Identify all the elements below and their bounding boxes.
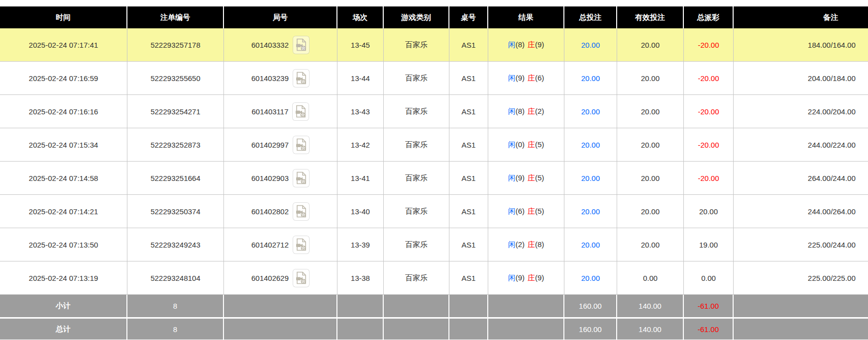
summary-empty-cell [449,317,488,340]
round-id: 601402802 [251,207,289,216]
valid-bet-cell: 0.00 [617,261,684,295]
summary-total-bet-cell: 160.00 [564,295,617,317]
table-no-cell: AS1 [449,62,488,95]
time-cell: 2025-02-24 07:14:21 [0,195,127,228]
player-result-label: 闲 [508,207,516,215]
bet-id-cell: 522293255650 [127,62,224,95]
total-bet-cell: 20.00 [564,62,617,95]
time-cell: 2025-02-24 07:14:58 [0,162,127,195]
total-bet-cell: 20.00 [564,228,617,261]
table-body: 2025-02-24 07:17:41522293257178601403332… [0,28,868,340]
banker-result-score: (2) [535,107,544,115]
bet-id-cell: 522293248104 [127,261,224,295]
table-no-cell: AS1 [449,28,488,62]
video-replay-icon [294,104,307,118]
summary-empty-cell [224,295,337,317]
game-type-cell: 百家乐 [384,128,449,162]
column-header-bet-id: 注单编号 [127,6,224,28]
video-replay-icon [295,238,308,252]
summary-valid-bet-cell: 140.00 [617,317,684,340]
banker-result-score: (5) [535,207,544,215]
player-result-score: (9) [516,273,525,282]
player-result-score: (8) [516,40,525,49]
player-result-label: 闲 [508,107,516,115]
time-cell: 2025-02-24 07:16:16 [0,95,127,128]
round-id: 601403117 [252,107,289,116]
valid-bet-cell: 20.00 [617,28,684,62]
banker-result-score: (6) [535,74,544,82]
session-cell: 13-43 [337,95,384,128]
banker-result-label: 庄 [528,273,535,282]
video-replay-icon [295,204,308,218]
column-header-total-bet: 总投注 [564,6,617,28]
banker-result-label: 庄 [528,107,535,115]
player-result-label: 闲 [508,74,516,82]
video-replay-button[interactable] [293,269,310,287]
bet-id-cell: 522293257178 [127,28,224,62]
video-replay-button[interactable] [293,236,310,254]
table-no-cell: AS1 [449,162,488,195]
total-payout-cell: 19.00 [684,228,734,261]
summary-label-cell: 小计 [0,295,127,317]
game-type-cell: 百家乐 [384,62,449,95]
column-header-total-payout: 总派彩 [684,6,734,28]
remark-cell: 225.00/244.00 [734,228,868,261]
total-bet-cell: 20.00 [564,128,617,162]
result-cell: 闲(8)庄(2) [488,95,564,128]
total-payout-cell: -20.00 [684,162,734,195]
session-cell: 13-40 [337,195,384,228]
banker-result-label: 庄 [528,240,535,249]
valid-bet-cell: 20.00 [617,195,684,228]
round-id: 601402997 [251,141,289,149]
column-header-game-type: 游戏类别 [384,6,449,28]
column-header-result: 结果 [488,6,564,28]
summary-empty-cell [384,295,449,317]
game-type-cell: 百家乐 [384,261,449,295]
session-cell: 13-42 [337,128,384,162]
player-result-score: (2) [516,240,525,249]
player-result-label: 闲 [508,140,516,149]
table-row: 2025-02-24 07:16:16522293254271601403117… [0,95,868,128]
round-cell: 601402712 [224,228,337,261]
video-replay-button[interactable] [293,36,310,54]
result-cell: 闲(9)庄(9) [488,261,564,295]
total-bet-cell: 20.00 [564,261,617,295]
table-row: 2025-02-24 07:13:50522293249243601402712… [0,228,868,261]
remark-cell: 244.00/224.00 [734,128,868,162]
summary-empty-cell [488,317,564,340]
video-replay-button[interactable] [293,202,310,221]
summary-empty-cell [449,295,488,317]
player-result-label: 闲 [508,240,516,249]
banker-result-label: 庄 [528,40,535,49]
table-row: 2025-02-24 07:13:19522293248104601402629… [0,261,868,295]
banker-result-label: 庄 [528,74,535,82]
total-payout-cell: -20.00 [684,128,734,162]
round-id: 601403239 [251,74,289,83]
video-replay-button[interactable] [292,102,309,121]
player-result-label: 闲 [508,40,516,49]
session-cell: 13-38 [337,261,384,295]
video-replay-button[interactable] [293,69,310,87]
result-cell: 闲(9)庄(6) [488,62,564,95]
time-cell: 2025-02-24 07:13:19 [0,261,127,295]
video-replay-button[interactable] [293,169,310,187]
video-replay-icon [295,271,308,285]
remark-cell: 204.00/184.00 [734,62,868,95]
video-replay-icon [295,38,308,52]
valid-bet-cell: 20.00 [617,95,684,128]
banker-result-label: 庄 [528,207,535,215]
bet-records-panel: 时间注单编号局号场次游戏类别桌号结果总投注有效投注总派彩备注 2025-02-2… [0,0,868,340]
summary-valid-bet-cell: 140.00 [617,295,684,317]
bet-id-cell: 522293249243 [127,228,224,261]
remark-cell: 244.00/264.00 [734,195,868,228]
total-bet-cell: 20.00 [564,195,617,228]
round-id: 601403332 [251,41,289,49]
column-header-session: 场次 [337,6,384,28]
time-cell: 2025-02-24 07:17:41 [0,28,127,62]
player-result-score: (0) [516,140,525,149]
round-id: 601402629 [251,274,289,282]
summary-count-cell: 8 [127,317,224,340]
video-replay-button[interactable] [293,136,310,154]
summary-total-bet-cell: 160.00 [564,317,617,340]
result-cell: 闲(0)庄(5) [488,128,564,162]
